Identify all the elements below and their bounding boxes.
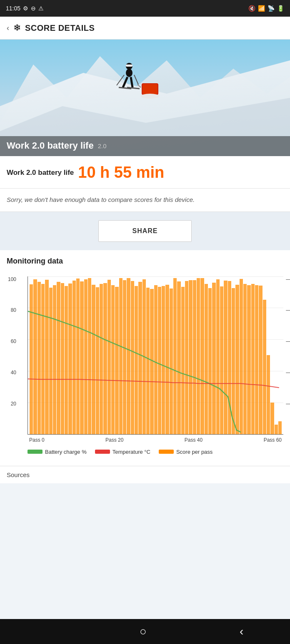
y-label-40: 40 (8, 370, 16, 375)
monitoring-section: Monitoring data 100 80 60 40 20 (0, 250, 290, 466)
battery-legend-label: Battery charge % (45, 449, 87, 455)
svg-point-4 (126, 69, 132, 77)
sources-label: Sources (7, 471, 30, 478)
x-label-pass20: Pass 20 (105, 437, 123, 443)
legend-score: Score per pass (159, 449, 212, 455)
chart-inner: 100 80 60 40 20 — 10000 — 8000 — 6000 — … (28, 276, 283, 435)
app-content: ‹ ❄ SCORE DETAILS (0, 17, 290, 619)
svg-point-15 (141, 94, 159, 99)
mute-icon: 🔇 (248, 5, 255, 12)
share-section: SHARE (0, 212, 290, 250)
signal-icon: 📡 (268, 5, 275, 12)
share-button[interactable]: SHARE (98, 220, 191, 242)
back-nav-button[interactable]: ‹ (231, 622, 252, 642)
chart-line-svg (28, 276, 283, 434)
y-right-2000: — 2000 (286, 401, 290, 407)
nav-bar: ○ ‹ (0, 619, 290, 644)
monitoring-title: Monitoring data (7, 257, 283, 266)
status-bar-right: 🔇 📶 📡 🔋 (248, 5, 284, 12)
status-bar: 11:05 ⚙ ⊖ ⚠ 🔇 📶 📡 🔋 (0, 0, 290, 17)
page-title: SCORE DETAILS (25, 23, 95, 33)
sources-section: Sources (0, 466, 290, 483)
score-section: Work 2.0 battery life 10 h 55 min (0, 156, 290, 189)
y-label-20: 20 (8, 401, 16, 407)
y-axis-left: 100 80 60 40 20 (8, 276, 16, 434)
x-axis: Pass 0 Pass 20 Pass 40 Pass 60 (28, 435, 283, 443)
wifi-icon: 📶 (258, 5, 265, 12)
score-color-swatch (159, 450, 174, 454)
legend-temperature: Temperature °C (95, 449, 150, 455)
battery-color-swatch (28, 450, 42, 454)
y-right-8000: — 8000 (286, 307, 290, 313)
score-label: Work 2.0 battery life (7, 169, 74, 177)
battery-icon: 🔋 (277, 5, 284, 12)
chart-legend: Battery charge % Temperature °C Score pe… (28, 449, 283, 455)
back-button[interactable]: ‹ (7, 24, 9, 32)
x-label-pass60: Pass 60 (264, 437, 282, 443)
svg-rect-14 (142, 84, 158, 94)
status-time: 11:05 (6, 5, 20, 12)
svg-rect-6 (126, 65, 132, 67)
y-right-6000: — 6000 (286, 338, 290, 344)
score-legend-label: Score per pass (176, 449, 212, 455)
temperature-legend-label: Temperature °C (112, 449, 150, 455)
score-value: 10 h 55 min (78, 164, 164, 182)
hero-overlay: Work 2.0 battery life 2.0 (0, 136, 290, 156)
hero-label: Work 2.0 battery life (7, 140, 94, 151)
x-label-pass0: Pass 0 (29, 437, 45, 443)
header: ‹ ❄ SCORE DETAILS (0, 17, 290, 40)
hero-image: Work 2.0 battery life 2.0 (0, 40, 290, 156)
warning-icon: ⚠ (38, 5, 44, 12)
y-label-80: 80 (8, 307, 16, 313)
y-axis-right: — 10000 — 8000 — 6000 — 4000 — 2000 (286, 276, 290, 434)
settings-icon: ⚙ (23, 5, 28, 12)
compare-note: Sorry, we don't have enough data to comp… (0, 189, 290, 212)
hero-version: 2.0 (98, 142, 107, 149)
temperature-color-swatch (95, 450, 110, 454)
y-right-10000: — 10000 (286, 276, 290, 282)
home-button[interactable]: ○ (131, 622, 155, 642)
y-label-60: 60 (8, 338, 16, 344)
snowflake-icon: ❄ (13, 22, 21, 33)
x-label-pass40: Pass 40 (185, 437, 202, 443)
chart-container: 100 80 60 40 20 — 10000 — 8000 — 6000 — … (7, 272, 283, 459)
y-right-4000: — 4000 (286, 370, 290, 375)
y-label-100: 100 (8, 276, 16, 282)
legend-battery: Battery charge % (28, 449, 87, 455)
status-bar-left: 11:05 ⚙ ⊖ ⚠ (6, 5, 44, 12)
minus-circle-icon: ⊖ (31, 5, 36, 12)
